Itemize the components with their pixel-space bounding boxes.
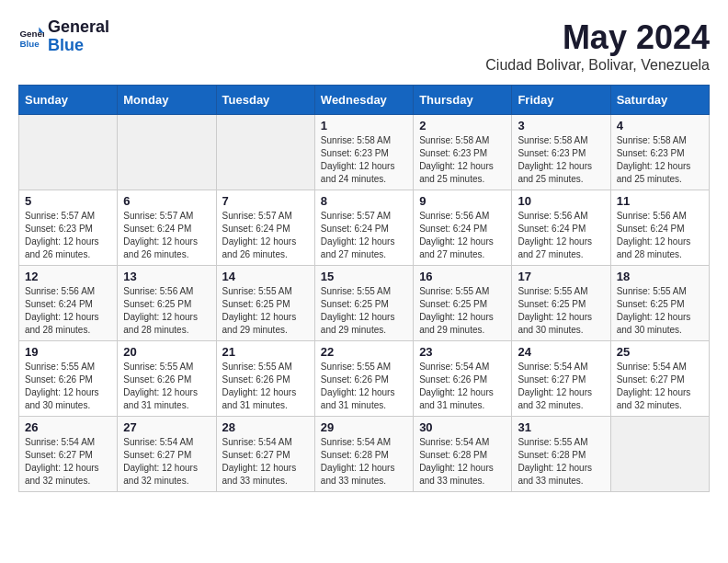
day-number: 30 xyxy=(419,420,506,434)
day-info: Sunrise: 5:55 AMSunset: 6:26 PMDaylight:… xyxy=(321,361,407,412)
day-number: 14 xyxy=(222,270,309,283)
day-info: Sunrise: 5:57 AMSunset: 6:24 PMDaylight:… xyxy=(222,210,309,261)
day-info: Sunrise: 5:56 AMSunset: 6:24 PMDaylight:… xyxy=(617,210,703,261)
day-number: 8 xyxy=(321,194,407,208)
day-info: Sunrise: 5:54 AMSunset: 6:28 PMDaylight:… xyxy=(419,436,506,488)
day-info: Sunrise: 5:55 AMSunset: 6:25 PMDaylight:… xyxy=(419,285,506,337)
day-number: 4 xyxy=(617,119,703,132)
calendar-cell: 21Sunrise: 5:55 AMSunset: 6:26 PMDayligh… xyxy=(216,341,314,417)
day-number: 31 xyxy=(518,420,604,434)
logo-blue-text: Blue xyxy=(48,37,109,55)
day-info: Sunrise: 5:55 AMSunset: 6:25 PMDaylight:… xyxy=(518,285,604,337)
day-info: Sunrise: 5:57 AMSunset: 6:24 PMDaylight:… xyxy=(123,210,210,261)
day-info: Sunrise: 5:54 AMSunset: 6:27 PMDaylight:… xyxy=(25,436,111,488)
calendar-week-3: 12Sunrise: 5:56 AMSunset: 6:24 PMDayligh… xyxy=(19,266,710,341)
logo-text: General Blue xyxy=(48,18,109,55)
calendar-cell: 20Sunrise: 5:55 AMSunset: 6:26 PMDayligh… xyxy=(118,341,216,417)
day-info: Sunrise: 5:54 AMSunset: 6:28 PMDaylight:… xyxy=(321,436,407,488)
calendar-cell: 25Sunrise: 5:54 AMSunset: 6:27 PMDayligh… xyxy=(610,341,709,417)
day-number: 23 xyxy=(419,345,506,359)
day-number: 19 xyxy=(25,345,111,359)
calendar-cell: 19Sunrise: 5:55 AMSunset: 6:26 PMDayligh… xyxy=(19,341,118,417)
day-number: 1 xyxy=(321,119,407,132)
logo-icon: General Blue xyxy=(18,24,44,50)
calendar-week-5: 26Sunrise: 5:54 AMSunset: 6:27 PMDayligh… xyxy=(19,417,710,492)
calendar-cell xyxy=(610,417,709,492)
day-number: 21 xyxy=(222,345,309,359)
day-info: Sunrise: 5:55 AMSunset: 6:26 PMDaylight:… xyxy=(25,361,111,412)
day-number: 26 xyxy=(25,420,111,434)
day-number: 6 xyxy=(123,194,210,208)
day-info: Sunrise: 5:54 AMSunset: 6:27 PMDaylight:… xyxy=(617,361,703,412)
logo: General Blue General Blue xyxy=(18,18,109,55)
day-info: Sunrise: 5:56 AMSunset: 6:24 PMDaylight:… xyxy=(419,210,506,261)
day-number: 22 xyxy=(321,345,407,359)
day-number: 11 xyxy=(617,194,703,208)
calendar-body: 1Sunrise: 5:58 AMSunset: 6:23 PMDaylight… xyxy=(19,115,710,492)
day-number: 5 xyxy=(25,194,111,208)
day-number: 3 xyxy=(518,119,604,132)
location-title: Ciudad Bolivar, Bolivar, Venezuela xyxy=(485,57,710,74)
calendar-cell: 15Sunrise: 5:55 AMSunset: 6:25 PMDayligh… xyxy=(314,266,413,341)
calendar-cell: 9Sunrise: 5:56 AMSunset: 6:24 PMDaylight… xyxy=(414,190,512,266)
weekday-header-wednesday: Wednesday xyxy=(314,86,413,115)
day-info: Sunrise: 5:54 AMSunset: 6:26 PMDaylight:… xyxy=(419,361,506,412)
logo-general-text: General xyxy=(48,18,109,37)
day-info: Sunrise: 5:54 AMSunset: 6:27 PMDaylight:… xyxy=(222,436,309,488)
day-info: Sunrise: 5:55 AMSunset: 6:28 PMDaylight:… xyxy=(518,436,604,488)
svg-text:Blue: Blue xyxy=(19,38,40,48)
calendar-cell: 12Sunrise: 5:56 AMSunset: 6:24 PMDayligh… xyxy=(19,266,118,341)
calendar-table: SundayMondayTuesdayWednesdayThursdayFrid… xyxy=(18,85,710,492)
calendar-cell: 23Sunrise: 5:54 AMSunset: 6:26 PMDayligh… xyxy=(414,341,512,417)
calendar-cell: 27Sunrise: 5:54 AMSunset: 6:27 PMDayligh… xyxy=(118,417,216,492)
calendar-cell xyxy=(216,115,314,190)
day-number: 9 xyxy=(419,194,506,208)
weekday-header-thursday: Thursday xyxy=(414,86,512,115)
calendar-cell: 29Sunrise: 5:54 AMSunset: 6:28 PMDayligh… xyxy=(314,417,413,492)
calendar-cell: 10Sunrise: 5:56 AMSunset: 6:24 PMDayligh… xyxy=(512,190,610,266)
day-info: Sunrise: 5:58 AMSunset: 6:23 PMDaylight:… xyxy=(617,134,703,186)
day-info: Sunrise: 5:56 AMSunset: 6:24 PMDaylight:… xyxy=(25,285,111,337)
day-number: 28 xyxy=(222,420,309,434)
calendar-cell: 3Sunrise: 5:58 AMSunset: 6:23 PMDaylight… xyxy=(512,115,610,190)
calendar-header: SundayMondayTuesdayWednesdayThursdayFrid… xyxy=(19,86,710,115)
calendar-cell: 2Sunrise: 5:58 AMSunset: 6:23 PMDaylight… xyxy=(414,115,512,190)
day-info: Sunrise: 5:57 AMSunset: 6:24 PMDaylight:… xyxy=(321,210,407,261)
page-header: General Blue General Blue May 2024 Ciuda… xyxy=(18,18,710,74)
calendar-cell: 30Sunrise: 5:54 AMSunset: 6:28 PMDayligh… xyxy=(414,417,512,492)
calendar-cell: 8Sunrise: 5:57 AMSunset: 6:24 PMDaylight… xyxy=(314,190,413,266)
day-info: Sunrise: 5:55 AMSunset: 6:25 PMDaylight:… xyxy=(222,285,309,337)
calendar-cell: 14Sunrise: 5:55 AMSunset: 6:25 PMDayligh… xyxy=(216,266,314,341)
day-info: Sunrise: 5:55 AMSunset: 6:25 PMDaylight:… xyxy=(617,285,703,337)
day-info: Sunrise: 5:58 AMSunset: 6:23 PMDaylight:… xyxy=(321,134,407,186)
calendar-cell: 1Sunrise: 5:58 AMSunset: 6:23 PMDaylight… xyxy=(314,115,413,190)
day-number: 15 xyxy=(321,270,407,283)
day-number: 16 xyxy=(419,270,506,283)
weekday-header-sunday: Sunday xyxy=(19,86,118,115)
weekday-header-monday: Monday xyxy=(118,86,216,115)
calendar-week-2: 5Sunrise: 5:57 AMSunset: 6:23 PMDaylight… xyxy=(19,190,710,266)
calendar-cell: 13Sunrise: 5:56 AMSunset: 6:25 PMDayligh… xyxy=(118,266,216,341)
day-number: 20 xyxy=(123,345,210,359)
day-info: Sunrise: 5:55 AMSunset: 6:26 PMDaylight:… xyxy=(123,361,210,412)
day-number: 2 xyxy=(419,119,506,132)
calendar-cell: 16Sunrise: 5:55 AMSunset: 6:25 PMDayligh… xyxy=(414,266,512,341)
calendar-cell xyxy=(118,115,216,190)
calendar-cell: 26Sunrise: 5:54 AMSunset: 6:27 PMDayligh… xyxy=(19,417,118,492)
day-info: Sunrise: 5:57 AMSunset: 6:23 PMDaylight:… xyxy=(25,210,111,261)
day-info: Sunrise: 5:58 AMSunset: 6:23 PMDaylight:… xyxy=(518,134,604,186)
day-number: 12 xyxy=(25,270,111,283)
calendar-cell: 22Sunrise: 5:55 AMSunset: 6:26 PMDayligh… xyxy=(314,341,413,417)
day-number: 29 xyxy=(321,420,407,434)
day-info: Sunrise: 5:56 AMSunset: 6:24 PMDaylight:… xyxy=(518,210,604,261)
calendar-cell: 11Sunrise: 5:56 AMSunset: 6:24 PMDayligh… xyxy=(610,190,709,266)
weekday-header-row: SundayMondayTuesdayWednesdayThursdayFrid… xyxy=(19,86,710,115)
day-number: 10 xyxy=(518,194,604,208)
day-number: 18 xyxy=(617,270,703,283)
day-number: 27 xyxy=(123,420,210,434)
calendar-cell xyxy=(19,115,118,190)
day-number: 25 xyxy=(617,345,703,359)
day-info: Sunrise: 5:55 AMSunset: 6:25 PMDaylight:… xyxy=(321,285,407,337)
calendar-cell: 5Sunrise: 5:57 AMSunset: 6:23 PMDaylight… xyxy=(19,190,118,266)
calendar-cell: 7Sunrise: 5:57 AMSunset: 6:24 PMDaylight… xyxy=(216,190,314,266)
